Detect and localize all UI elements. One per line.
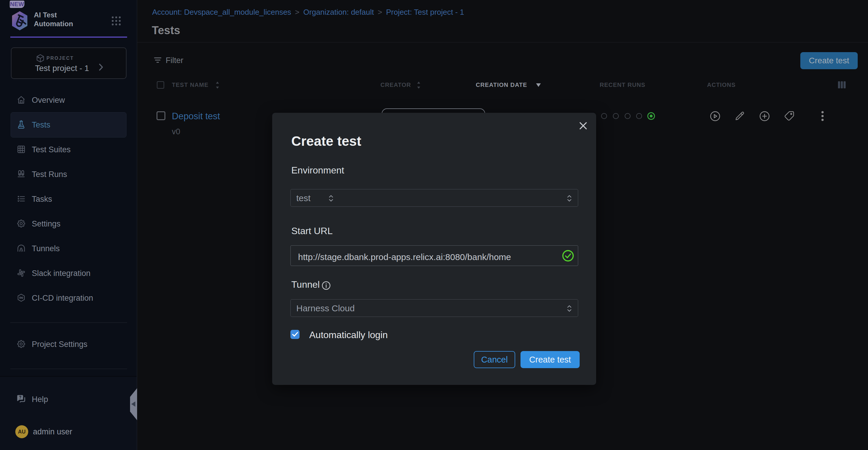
svg-text:?: ? xyxy=(19,395,22,400)
